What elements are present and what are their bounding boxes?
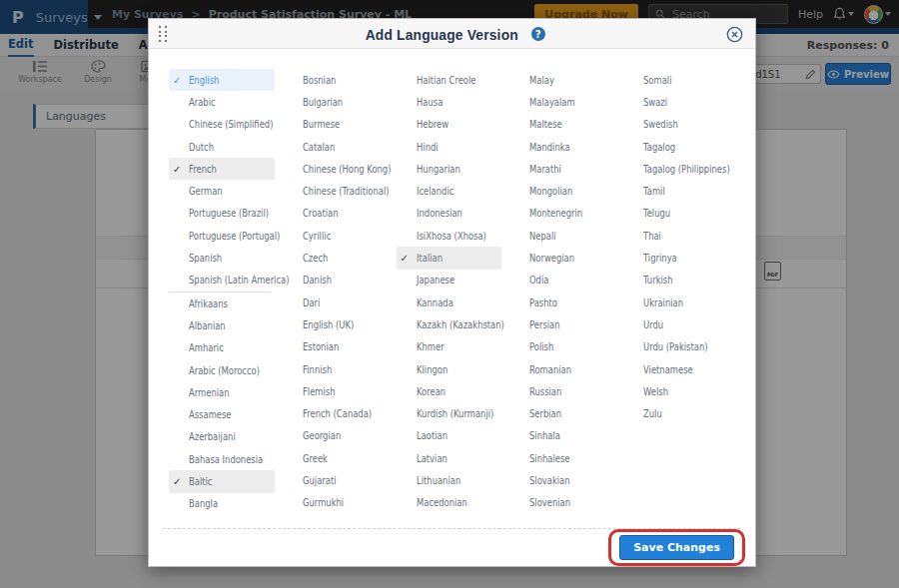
language-option[interactable]: ✓English [169,69,275,91]
language-option[interactable]: Laotian [397,425,502,447]
language-option[interactable]: Urdu (Pakistan) [623,336,729,358]
language-option[interactable]: Turkish [623,270,729,292]
language-option[interactable]: Spanish (Latin America) [169,270,275,292]
language-option[interactable]: Albanian [169,314,275,336]
language-option[interactable]: French (Canada) [283,402,389,424]
language-option[interactable]: Estonian [283,336,389,358]
language-option[interactable]: Bangla [169,493,275,515]
language-option[interactable]: Slovakian [509,469,615,491]
language-option[interactable]: Gurmukhi [283,492,389,514]
language-option[interactable]: Odia [509,270,615,292]
language-option[interactable]: Persian [509,313,615,335]
language-option[interactable]: Serbian [509,402,615,424]
language-option[interactable]: Latvian [397,447,502,469]
language-option[interactable]: Amharic [169,337,275,359]
language-option[interactable]: Icelandic [397,180,502,202]
language-option[interactable]: Afrikaans [169,293,275,314]
language-option[interactable]: IsiXhosa (Xhosa) [397,225,502,247]
language-option[interactable]: Bulgarian [283,91,389,113]
language-option[interactable]: Urdu [623,313,729,335]
language-option[interactable]: Norwegian [509,247,615,269]
language-option[interactable]: Arabic [169,91,275,113]
language-option[interactable]: Ukrainian [623,292,729,313]
language-option[interactable]: Slovenian [509,492,615,514]
language-option[interactable]: Hebrew [397,114,502,136]
language-label: German [189,186,223,197]
language-option[interactable]: Dari [283,292,389,313]
language-option[interactable]: Welsh [623,380,729,402]
language-option[interactable]: Dutch [169,136,275,158]
language-option[interactable]: Maltese [509,114,615,136]
language-option[interactable]: Bosnian [283,69,389,91]
language-option[interactable]: English (UK) [283,313,389,335]
language-option[interactable]: Tigrinya [623,247,729,269]
language-option[interactable]: ✓Baltic [169,470,275,492]
language-option[interactable]: Russian [509,380,615,402]
language-option[interactable]: ✓Italian [397,247,502,269]
language-option[interactable]: Vietnamese [623,358,729,380]
language-option[interactable]: Kannada [397,292,502,313]
language-option[interactable]: Sinhalese [509,447,615,469]
language-option[interactable]: ✓French [169,158,275,180]
language-option[interactable]: Montenegrin [509,203,615,225]
language-option[interactable]: Mongolian [509,180,615,202]
language-option[interactable]: Danish [283,270,389,292]
language-option[interactable]: Armenian [169,381,275,403]
language-option[interactable]: Indonesian [397,203,502,225]
language-option[interactable]: German [169,180,275,202]
language-option[interactable]: Croatian [283,203,389,225]
language-option[interactable]: Haitian Creole [397,69,502,91]
language-option[interactable]: Thai [623,225,729,247]
language-option[interactable]: Telugu [623,203,729,225]
language-option[interactable]: Finnish [283,358,389,380]
language-option[interactable]: Georgian [283,425,389,447]
language-option[interactable]: Swazi [623,91,729,113]
language-option[interactable]: Zulu [623,402,729,424]
help-icon[interactable]: ? [531,27,545,41]
language-option[interactable]: Malay [509,69,615,91]
language-option[interactable]: Burmese [283,114,389,136]
language-option[interactable]: Klingon [397,358,502,380]
language-option[interactable]: Kazakh (Kazakhstan) [397,313,502,335]
language-option[interactable]: Chinese (Hong Kong) [283,158,389,180]
language-option[interactable]: Hausa [397,91,502,113]
language-option[interactable]: Cyrillic [283,225,389,247]
language-option[interactable]: Gujarati [283,469,389,491]
language-option[interactable]: Azerbaijani [169,426,275,448]
language-option[interactable]: Somali [623,69,729,91]
language-option[interactable]: Assamese [169,403,275,425]
language-option[interactable]: Mandinka [509,136,615,158]
language-option[interactable]: Spanish [169,247,275,269]
save-changes-button[interactable]: Save Changes [619,535,734,560]
language-option[interactable]: Sinhala [509,425,615,447]
language-option[interactable]: Romanian [509,358,615,380]
language-option[interactable]: Swedish [623,114,729,136]
language-option[interactable]: Khmer [397,336,502,358]
language-option[interactable]: Tagalog (Philippines) [623,158,729,180]
language-option[interactable]: Hungarian [397,158,502,180]
language-option[interactable]: Lithuanian [397,469,502,491]
language-option[interactable]: Korean [397,380,502,402]
language-option[interactable]: Portuguese (Portugal) [169,225,275,247]
language-option[interactable]: Marathi [509,158,615,180]
language-option[interactable]: Chinese (Simplified) [169,114,275,136]
language-option[interactable]: Nepali [509,225,615,247]
close-icon[interactable] [726,26,743,43]
language-option[interactable]: Bahasa Indonesia [169,448,275,470]
language-option[interactable]: Czech [283,247,389,269]
language-option[interactable]: Macedonian [397,492,502,514]
language-option[interactable]: Greek [283,447,389,469]
language-option[interactable]: Catalan [283,136,389,158]
language-option[interactable]: Japanese [397,270,502,292]
language-option[interactable]: Tamil [623,180,729,202]
language-option[interactable]: Chinese (Traditional) [283,180,389,202]
language-option[interactable]: Pashto [509,292,615,313]
language-option[interactable]: Tagalog [623,136,729,158]
language-option[interactable]: Hindi [397,136,502,158]
language-option[interactable]: Malayalam [509,91,615,113]
language-option[interactable]: Portuguese (Brazil) [169,203,275,225]
language-option[interactable]: Polish [509,336,615,358]
language-option[interactable]: Kurdish (Kurmanji) [397,402,502,424]
language-option[interactable]: Arabic (Morocco) [169,359,275,381]
language-option[interactable]: Flemish [283,380,389,402]
